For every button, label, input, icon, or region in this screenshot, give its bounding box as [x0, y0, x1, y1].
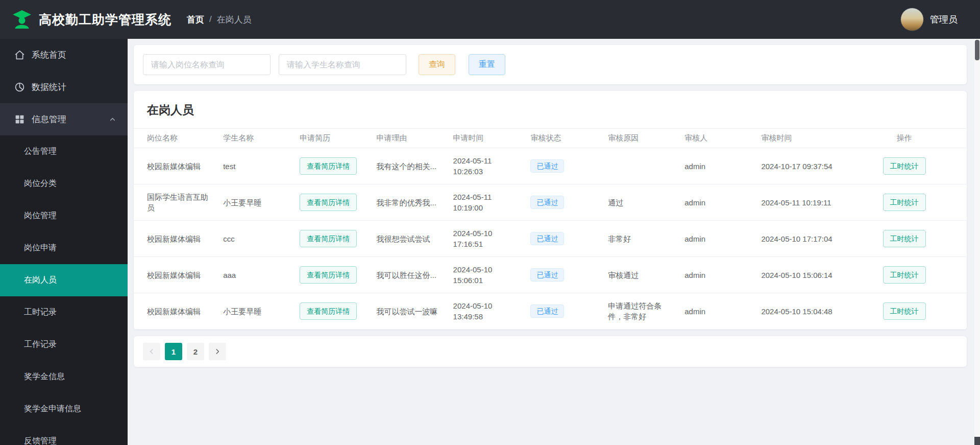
sidebar-item-label: 岗位申请 — [24, 243, 57, 253]
scrollbar-corner — [974, 437, 980, 445]
app-header: 高校勤工助学管理系统 首页 / 在岗人员 管理员 — [0, 0, 980, 39]
pagination-prev-button[interactable] — [143, 343, 160, 360]
user-name: 管理员 — [930, 13, 958, 26]
scrollbar-thumb[interactable] — [975, 40, 979, 60]
reset-button[interactable]: 重置 — [469, 54, 505, 75]
sidebar-item-label: 工作记录 — [24, 339, 57, 350]
sidebar-item-label: 公告管理 — [24, 146, 57, 157]
sidebar: 系统首页 数据统计 信息管理 公告管理 岗位分类 岗位管理 岗位申请 在岗人员 … — [0, 39, 128, 445]
cell-reviewer: admin — [678, 257, 755, 293]
table-row: 校园新媒体编辑 test 查看简历详情 我有这个的相关... 2024-05-1… — [134, 148, 967, 184]
sidebar-item-system-home[interactable]: 系统首页 — [0, 39, 128, 71]
work-hours-stats-button[interactable]: 工时统计 — [883, 194, 926, 211]
sidebar-item-label: 岗位分类 — [24, 178, 57, 189]
cell-review-time: 2024-10-17 09:37:54 — [755, 148, 842, 184]
breadcrumb-home-link[interactable]: 首页 — [187, 14, 204, 26]
cell-review-reason: 申请通过符合条件，非常好 — [602, 293, 678, 330]
user-menu[interactable]: 管理员 — [900, 8, 958, 31]
work-hours-stats-button[interactable]: 工时统计 — [883, 266, 926, 284]
work-hours-stats-button[interactable]: 工时统计 — [883, 302, 926, 320]
position-search-input[interactable] — [143, 54, 271, 75]
table-row: 校园新媒体编辑 aaa 查看简历详情 我可以胜任这份... 2024-05-10… — [134, 257, 967, 293]
sidebar-item-post-management[interactable]: 岗位管理 — [0, 200, 128, 232]
work-hours-stats-button[interactable]: 工时统计 — [883, 157, 926, 175]
cell-reason: 我有这个的相关... — [370, 148, 447, 184]
sidebar-item-announcement[interactable]: 公告管理 — [0, 135, 128, 168]
cell-reviewer: admin — [678, 221, 755, 257]
cell-student: ccc — [217, 221, 293, 257]
sidebar-item-label: 奖学金申请信息 — [24, 404, 81, 414]
cell-review-reason: 通过 — [602, 184, 678, 221]
work-hours-stats-button[interactable]: 工时统计 — [883, 230, 926, 247]
pagination-next-button[interactable] — [209, 343, 226, 360]
cell-position: 国际学生语言互助员 — [134, 184, 217, 221]
query-button[interactable]: 查询 — [419, 54, 455, 75]
app-logo-icon — [12, 10, 32, 29]
view-resume-button[interactable]: 查看简历详情 — [300, 266, 357, 284]
sidebar-item-label: 奖学金信息 — [24, 371, 65, 382]
table-row: 校园新媒体编辑 小王要早睡 查看简历详情 我可以尝试一波嘛 2024-05-10… — [134, 293, 967, 330]
cell-reason: 我可以胜任这份... — [370, 257, 447, 293]
pagination-page-2[interactable]: 2 — [187, 343, 204, 360]
sidebar-item-on-duty-staff[interactable]: 在岗人员 — [0, 264, 128, 296]
col-header-student: 学生名称 — [217, 129, 293, 148]
cell-student: test — [217, 148, 293, 184]
sidebar-item-label: 系统首页 — [32, 49, 66, 61]
cell-apply-time: 2024-05-10 17:16:51 — [447, 221, 525, 257]
col-header-review-reason: 审核原因 — [602, 129, 678, 148]
cell-apply-time: 2024-05-11 10:19:00 — [447, 184, 525, 221]
student-search-input[interactable] — [279, 54, 406, 75]
sidebar-item-label: 在岗人员 — [24, 275, 57, 286]
cell-apply-time: 2024-05-10 15:06:01 — [447, 257, 525, 293]
home-icon — [14, 50, 25, 60]
col-header-review-time: 审核时间 — [755, 129, 842, 148]
cell-review-reason — [602, 148, 678, 184]
cell-student: aaa — [217, 257, 293, 293]
cell-reviewer: admin — [678, 293, 755, 330]
sidebar-item-label: 反馈管理 — [24, 436, 57, 445]
breadcrumb-separator: / — [209, 14, 212, 25]
cell-reason: 我可以尝试一波嘛 — [370, 293, 447, 330]
pagination-page-1[interactable]: 1 — [165, 343, 182, 360]
sidebar-item-work-records[interactable]: 工作记录 — [0, 329, 128, 361]
col-header-actions: 操作 — [842, 129, 967, 148]
sidebar-item-work-hours[interactable]: 工时记录 — [0, 296, 128, 329]
cell-apply-time: 2024-05-10 13:49:58 — [447, 293, 525, 330]
staff-table-card: 在岗人员 岗位名称 学生名称 申请简历 申请理由 申请时间 审核状态 审核原因 … — [134, 91, 967, 330]
cell-review-time: 2024-05-10 17:17:04 — [755, 221, 842, 257]
view-resume-button[interactable]: 查看简历详情 — [300, 230, 357, 247]
status-badge: 已通过 — [530, 196, 564, 209]
sidebar-item-post-category[interactable]: 岗位分类 — [0, 168, 128, 200]
cell-review-time: 2024-05-10 15:06:14 — [755, 257, 842, 293]
cell-review-time: 2024-05-10 15:04:48 — [755, 293, 842, 330]
sidebar-item-scholarship-info[interactable]: 奖学金信息 — [0, 361, 128, 393]
cell-student: 小王要早睡 — [217, 293, 293, 330]
sidebar-item-label: 工时记录 — [24, 307, 57, 318]
breadcrumb-current: 在岗人员 — [217, 14, 252, 26]
cell-position: 校园新媒体编辑 — [134, 293, 217, 330]
view-resume-button[interactable]: 查看简历详情 — [300, 302, 357, 320]
cell-reviewer: admin — [678, 148, 755, 184]
sidebar-item-feedback[interactable]: 反馈管理 — [0, 425, 128, 445]
breadcrumb: 首页 / 在岗人员 — [187, 14, 252, 26]
view-resume-button[interactable]: 查看简历详情 — [300, 157, 357, 175]
status-badge: 已通过 — [530, 159, 564, 173]
grid-icon — [14, 114, 25, 125]
pie-chart-icon — [14, 82, 25, 92]
sidebar-item-scholarship-application[interactable]: 奖学金申请信息 — [0, 393, 128, 425]
sidebar-submenu: 公告管理 岗位分类 岗位管理 岗位申请 在岗人员 工时记录 工作记录 奖学金信息… — [0, 135, 128, 445]
cell-review-time: 2024-05-11 10:19:11 — [755, 184, 842, 221]
chevron-left-icon — [148, 348, 155, 355]
cell-apply-time: 2024-05-11 10:26:03 — [447, 148, 525, 184]
cell-reviewer: admin — [678, 184, 755, 221]
table-row: 校园新媒体编辑 ccc 查看简历详情 我很想尝试尝试 2024-05-10 17… — [134, 221, 967, 257]
sidebar-item-label: 信息管理 — [32, 113, 66, 125]
sidebar-item-statistics[interactable]: 数据统计 — [0, 71, 128, 103]
col-header-reason: 申请理由 — [370, 129, 447, 148]
sidebar-item-info-management[interactable]: 信息管理 — [0, 103, 128, 135]
main-content: 查询 重置 在岗人员 岗位名称 学生名称 申请简历 申请理由 申请时间 审核状态… — [128, 39, 974, 445]
scrollbar[interactable] — [974, 39, 980, 445]
page-title: 在岗人员 — [134, 91, 967, 128]
view-resume-button[interactable]: 查看简历详情 — [300, 194, 357, 211]
sidebar-item-post-application[interactable]: 岗位申请 — [0, 232, 128, 264]
